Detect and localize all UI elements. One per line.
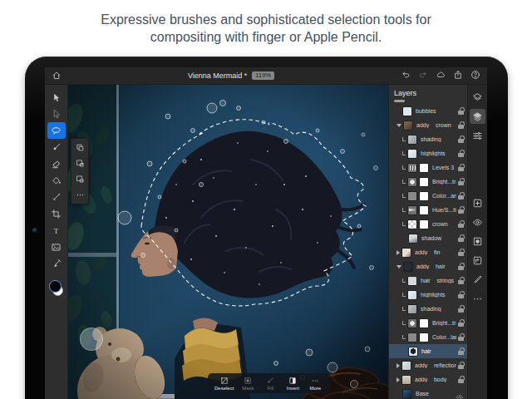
layer-row-highlights[interactable]: highlights <box>389 288 467 302</box>
selection-subtract-button[interactable] <box>73 173 86 185</box>
layer-thumbnail[interactable] <box>402 106 412 116</box>
lasso-tool[interactable] <box>47 122 66 139</box>
foreground-color-swatch[interactable] <box>49 280 62 293</box>
lock-icon[interactable] <box>458 234 464 242</box>
lock-icon[interactable] <box>458 333 464 341</box>
layer-properties-button[interactable] <box>470 128 485 143</box>
visibility-eye-icon[interactable] <box>456 390 464 398</box>
layer-row-hue-s-tion-19[interactable]: Hue/S...tion 19 <box>389 203 467 217</box>
crop-tool[interactable] <box>47 205 66 222</box>
layers-compact-button[interactable] <box>470 90 485 105</box>
layer-thumbnail[interactable] <box>407 318 417 328</box>
layer-row-addy-fin[interactable]: addy__fin <box>389 245 467 259</box>
layer-visibility-button[interactable] <box>470 214 485 229</box>
layer-row-bright-trast-31[interactable]: Bright...trast 31 <box>389 316 467 330</box>
layer-row-shadow[interactable]: shadow <box>389 231 467 245</box>
layer-thumbnail[interactable] <box>401 375 411 385</box>
layer-row-addy-hair[interactable]: addy__hair <box>389 259 467 273</box>
lock-icon[interactable] <box>458 263 464 270</box>
eyedropper-tool[interactable] <box>47 255 66 272</box>
eraser-tool[interactable] <box>47 155 66 172</box>
canvas[interactable]: DeselectMaskFillInvertMore <box>68 85 388 399</box>
lock-icon[interactable] <box>458 319 464 327</box>
lock-icon[interactable] <box>458 135 464 143</box>
fill-tool[interactable] <box>47 172 66 189</box>
layer-thumbnail[interactable] <box>402 389 412 399</box>
layer-thumbnail[interactable] <box>403 121 413 131</box>
layer-row-addy-crown[interactable]: addy__crown <box>389 118 467 132</box>
layer-row-color-lance-21[interactable]: Color...lance 21 <box>389 330 467 344</box>
lock-icon[interactable] <box>458 347 464 355</box>
layer-mask-thumbnail[interactable] <box>419 205 429 215</box>
layer-row-addy-reflections[interactable]: addy__reflections <box>389 358 467 372</box>
lock-icon[interactable] <box>458 164 464 171</box>
layer-thumbnail[interactable] <box>407 332 417 342</box>
lock-icon[interactable] <box>458 291 464 298</box>
layer-thumbnail[interactable] <box>407 177 417 187</box>
layer-thumbnail[interactable] <box>407 276 417 286</box>
redo-button[interactable] <box>418 68 428 83</box>
layer-mask-thumbnail[interactable] <box>419 332 429 342</box>
layer-mask-thumbnail[interactable] <box>419 191 429 201</box>
lock-icon[interactable] <box>458 220 464 228</box>
layer-mask-button[interactable] <box>470 234 485 249</box>
fill-button[interactable]: Fill <box>262 377 278 391</box>
layer-thumbnail[interactable] <box>407 191 417 201</box>
share-export-button[interactable] <box>453 68 463 83</box>
layer-mask-thumbnail[interactable] <box>419 219 429 229</box>
layer-thumbnail[interactable] <box>408 347 418 357</box>
move-tool[interactable] <box>47 89 66 106</box>
invert-button[interactable]: Invert <box>284 377 301 391</box>
layer-thumbnail[interactable] <box>408 234 418 244</box>
more-button[interactable]: More <box>307 377 323 391</box>
expand-group-icon[interactable] <box>397 363 400 368</box>
layer-row-base[interactable]: Base <box>389 387 467 399</box>
layer-row-bubbles[interactable]: bubbles <box>389 104 467 118</box>
layer-thumbnail[interactable] <box>407 149 417 159</box>
lock-icon[interactable] <box>458 249 464 256</box>
layer-mask-thumbnail[interactable] <box>419 177 429 187</box>
color-swatches[interactable] <box>49 280 64 295</box>
brush-tool[interactable] <box>47 139 66 155</box>
add-layer-button[interactable] <box>470 195 485 210</box>
lock-icon[interactable] <box>458 121 464 129</box>
layer-thumbnail[interactable] <box>401 248 411 258</box>
mask-button[interactable]: Mask <box>239 377 256 391</box>
layer-thumbnail[interactable] <box>407 205 417 215</box>
lock-icon[interactable] <box>458 305 464 313</box>
layer-thumbnail[interactable] <box>407 304 417 314</box>
layer-thumbnail[interactable] <box>401 361 411 371</box>
layer-thumbnail[interactable] <box>407 219 417 229</box>
layer-mask-thumbnail[interactable] <box>419 318 429 328</box>
transform-tool[interactable] <box>47 106 66 122</box>
expand-group-icon[interactable] <box>397 250 400 255</box>
lock-icon[interactable] <box>458 362 464 369</box>
layer-row-hair-strings[interactable]: hair__strings <box>389 273 467 288</box>
layers-detail-button[interactable] <box>470 109 485 124</box>
lock-icon[interactable] <box>458 277 464 284</box>
lock-icon[interactable] <box>458 178 464 185</box>
healing-brush-tool[interactable] <box>47 189 66 205</box>
selection-add-button[interactable] <box>73 157 86 170</box>
lock-icon[interactable] <box>458 192 464 200</box>
deselect-button[interactable]: Deselect <box>214 377 234 391</box>
layer-row-color-ance-23[interactable]: Color...ance 23 <box>389 189 467 203</box>
selection-new-button[interactable] <box>73 141 86 154</box>
lock-icon[interactable] <box>458 206 464 214</box>
layer-thumbnail[interactable] <box>407 163 417 173</box>
layer-mask-thumbnail[interactable] <box>419 163 429 173</box>
layer-more-button[interactable] <box>470 291 485 306</box>
zoom-level-badge[interactable]: 119% <box>252 71 274 80</box>
layer-thumbnail[interactable] <box>407 290 417 300</box>
expand-group-icon[interactable] <box>397 377 400 382</box>
home-button[interactable] <box>52 71 62 81</box>
layer-row-shading[interactable]: shading <box>389 132 467 146</box>
layer-row-shading[interactable]: shading <box>389 302 467 316</box>
cloud-sync-button[interactable] <box>436 68 446 83</box>
layer-row-addy-body[interactable]: addy__body <box>389 372 467 387</box>
undo-button[interactable] <box>401 68 411 83</box>
lock-icon[interactable] <box>458 150 464 157</box>
layer-thumbnail[interactable] <box>407 135 417 145</box>
layer-row-crown[interactable]: crown <box>389 217 467 231</box>
layer-row-highlights[interactable]: highlights <box>389 146 467 160</box>
